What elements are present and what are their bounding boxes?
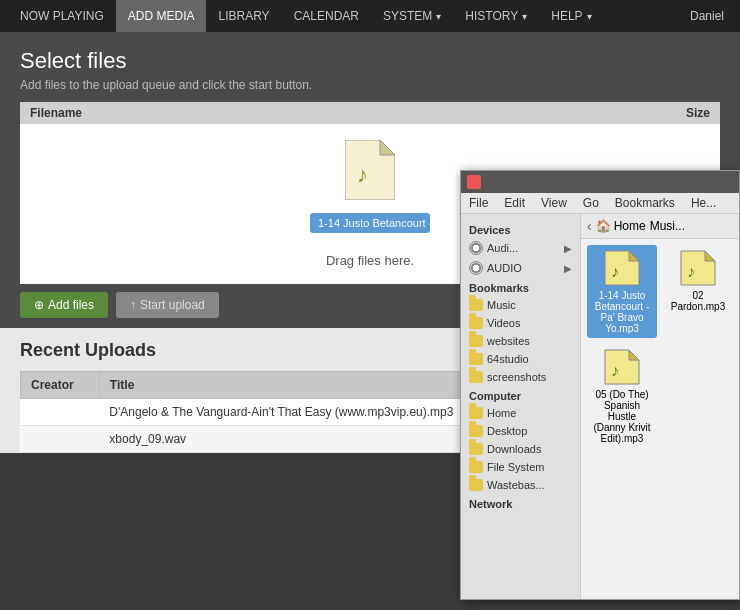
svg-text:♪: ♪: [611, 263, 619, 280]
nav-system[interactable]: SYSTEM ▾: [371, 0, 453, 32]
folder-icon: [469, 353, 483, 365]
add-icon: ⊕: [34, 298, 44, 312]
bookmarks-section-title: Bookmarks: [461, 278, 580, 296]
file-item-2[interactable]: ♪ 02 Pardon.mp3: [663, 245, 733, 338]
eject-audio-button[interactable]: ▶: [564, 263, 572, 274]
disc-icon: [469, 261, 483, 275]
home-icon: 🏠: [596, 219, 611, 233]
upload-icon: ↑: [130, 298, 136, 312]
sidebar-item-audi[interactable]: Audi... ▶: [461, 238, 580, 258]
row1-creator: [21, 399, 100, 426]
folder-icon: [469, 335, 483, 347]
fb-menu-file[interactable]: File: [461, 193, 496, 213]
sidebar-item-websites[interactable]: websites: [461, 332, 580, 350]
sidebar-item-home[interactable]: Home: [461, 404, 580, 422]
svg-text:♪: ♪: [611, 362, 619, 379]
drag-text: Drag files here.: [326, 253, 414, 268]
start-upload-button[interactable]: ↑ Start upload: [116, 292, 219, 318]
system-dropdown-arrow: ▾: [436, 11, 441, 22]
nav-help[interactable]: HELP ▾: [539, 0, 603, 32]
sidebar-item-wastebasket[interactable]: Wastebas...: [461, 476, 580, 494]
fb-menu-view[interactable]: View: [533, 193, 575, 213]
fb-menu-edit[interactable]: Edit: [496, 193, 533, 213]
eject-audi-button[interactable]: ▶: [564, 243, 572, 254]
sidebar-item-64studio[interactable]: 64studio: [461, 350, 580, 368]
page-title: Select files: [20, 48, 720, 74]
folder-icon: [469, 425, 483, 437]
file-browser-main: ‹ 🏠 Home Musi... ♪ 1-14 Justo Betancourt…: [581, 214, 739, 599]
svg-marker-10: [629, 350, 639, 360]
add-files-button[interactable]: ⊕ Add files: [20, 292, 108, 318]
svg-marker-1: [380, 140, 395, 155]
file-browser-dialog: File Edit View Go Bookmarks He... Device…: [460, 170, 740, 600]
sidebar-item-downloads[interactable]: Downloads: [461, 440, 580, 458]
creator-col-header: Creator: [21, 372, 100, 399]
size-column-header: Size: [630, 106, 710, 120]
sidebar-item-desktop[interactable]: Desktop: [461, 422, 580, 440]
file-browser-body: Devices Audi... ▶ AUDIO ▶ Bookmarks Musi…: [461, 214, 739, 599]
breadcrumb-home[interactable]: 🏠 Home: [596, 219, 646, 233]
fb-menu-bookmarks[interactable]: Bookmarks: [607, 193, 683, 213]
music-file-icon-2: ♪: [679, 249, 717, 287]
sidebar-item-screenshots[interactable]: screenshots: [461, 368, 580, 386]
help-dropdown-arrow: ▾: [587, 11, 592, 22]
folder-icon: [469, 371, 483, 383]
filename-column-header: Filename: [30, 106, 630, 120]
folder-icon: [469, 299, 483, 311]
svg-marker-4: [629, 251, 639, 261]
music-file-icon-1: ♪: [603, 249, 641, 287]
network-section-title: Network: [461, 494, 580, 512]
svg-text:♪: ♪: [357, 162, 368, 187]
svg-text:♪: ♪: [687, 263, 695, 280]
nav-calendar[interactable]: CALENDAR: [282, 0, 371, 32]
fb-menu-help[interactable]: He...: [683, 193, 724, 213]
sidebar-item-filesystem[interactable]: File System: [461, 458, 580, 476]
file-browser-sidebar: Devices Audi... ▶ AUDIO ▶ Bookmarks Musi…: [461, 214, 581, 599]
folder-icon: [469, 317, 483, 329]
svg-marker-7: [705, 251, 715, 261]
file-browser-titlebar: [461, 171, 739, 193]
top-navigation: NOW PLAYING ADD MEDIA LIBRARY CALENDAR S…: [0, 0, 740, 32]
folder-icon: [469, 479, 483, 491]
file-browser-files-grid: ♪ 1-14 Justo Betancourt - Pa' Bravo Yo.m…: [581, 239, 739, 599]
music-file-icon-3: ♪: [603, 348, 641, 386]
file-icon: ♪: [345, 140, 395, 200]
row2-creator: [21, 426, 100, 453]
page-subtitle: Add files to the upload queue and click …: [20, 78, 720, 92]
history-dropdown-arrow: ▾: [522, 11, 527, 22]
nav-library[interactable]: LIBRARY: [206, 0, 281, 32]
computer-section-title: Computer: [461, 386, 580, 404]
file-item-3[interactable]: ♪ 05 (Do The) Spanish Hustle (Danny Kriv…: [587, 344, 657, 448]
folder-icon: [469, 461, 483, 473]
folder-icon: [469, 407, 483, 419]
file-item-1[interactable]: ♪ 1-14 Justo Betancourt - Pa' Bravo Yo.m…: [587, 245, 657, 338]
breadcrumb-back-icon[interactable]: ‹: [587, 218, 592, 234]
breadcrumb-music[interactable]: Musi...: [650, 219, 685, 233]
sidebar-item-audio[interactable]: AUDIO ▶: [461, 258, 580, 278]
file-label-badge: 1-14 Justo Betancourt - Pa' Bravo Yo.mp3: [310, 213, 430, 233]
sidebar-item-music[interactable]: Music: [461, 296, 580, 314]
nav-now-playing[interactable]: NOW PLAYING: [8, 0, 116, 32]
drop-zone-content: ♪ 1-14 Justo Betancourt - Pa' Bravo Yo.m…: [326, 140, 414, 268]
file-table-header: Filename Size: [20, 102, 720, 124]
devices-section-title: Devices: [461, 220, 580, 238]
file-browser-menubar: File Edit View Go Bookmarks He...: [461, 193, 739, 214]
nav-add-media[interactable]: ADD MEDIA: [116, 0, 207, 32]
sidebar-item-videos[interactable]: Videos: [461, 314, 580, 332]
user-label: Daniel: [682, 9, 732, 23]
file-browser-breadcrumb: ‹ 🏠 Home Musi...: [581, 214, 739, 239]
folder-icon: [469, 443, 483, 455]
file-browser-close-button[interactable]: [467, 175, 481, 189]
disc-icon: [469, 241, 483, 255]
fb-menu-go[interactable]: Go: [575, 193, 607, 213]
file-icon-area: ♪ 1-14 Justo Betancourt - Pa' Bravo Yo.m…: [345, 140, 395, 203]
nav-history[interactable]: HISTORY ▾: [453, 0, 539, 32]
